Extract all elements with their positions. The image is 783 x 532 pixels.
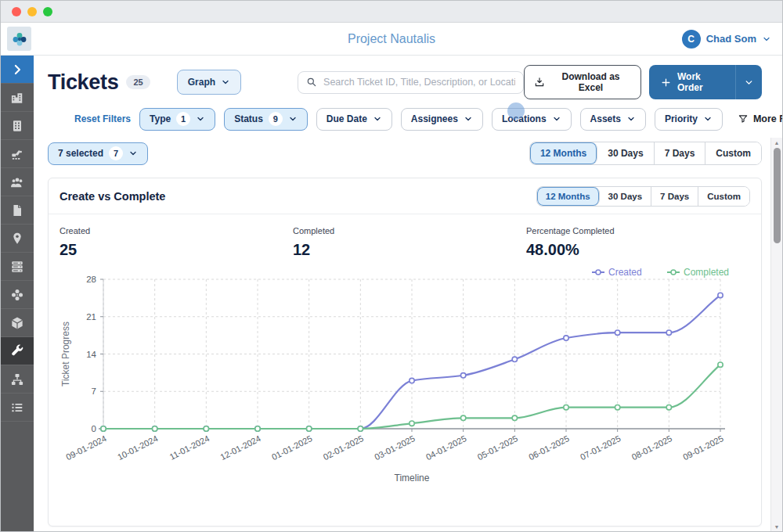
card-range-tabs: 12 Months30 Days7 DaysCustom bbox=[536, 186, 750, 207]
svg-text:Completed: Completed bbox=[684, 268, 729, 278]
page-title-header: Project Nautalis bbox=[1, 32, 782, 46]
add-work-order-button[interactable]: Work Order bbox=[649, 65, 736, 99]
svg-text:14: 14 bbox=[86, 350, 96, 359]
scroll-up-arrow[interactable]: ▲ bbox=[774, 138, 780, 147]
svg-text:7: 7 bbox=[92, 386, 96, 396]
range-tab-custom[interactable]: Custom bbox=[698, 187, 749, 206]
range-tab-12-months[interactable]: 12 Months bbox=[537, 187, 600, 206]
sidebar-item-server[interactable] bbox=[1, 253, 34, 281]
svg-text:06-01-2025: 06-01-2025 bbox=[527, 433, 571, 462]
chevron-down-icon bbox=[464, 114, 473, 124]
sidebar-item-team[interactable] bbox=[1, 168, 34, 196]
filter-chip-type[interactable]: Type1 bbox=[139, 108, 215, 131]
filter-chip-status[interactable]: Status9 bbox=[224, 108, 308, 131]
download-as-excel-button[interactable]: Download as Excel bbox=[524, 65, 641, 99]
chevron-down-icon bbox=[552, 114, 561, 124]
search-input[interactable] bbox=[323, 77, 515, 88]
document-icon bbox=[9, 203, 25, 218]
svg-text:0: 0 bbox=[92, 424, 96, 433]
create-vs-complete-chart: 0714212809-01-202410-01-202411-01-202412… bbox=[55, 268, 761, 486]
sidebar-item-sitemap[interactable] bbox=[1, 365, 34, 394]
app-logo[interactable] bbox=[7, 27, 31, 51]
search-icon bbox=[306, 77, 317, 88]
range-tab-30-days[interactable]: 30 Days bbox=[600, 187, 651, 206]
range-tab-7-days[interactable]: 7 Days bbox=[651, 187, 698, 206]
sidebar-item-wrench[interactable] bbox=[1, 337, 34, 365]
range-tab-7-days[interactable]: 7 Days bbox=[655, 142, 706, 164]
list-icon bbox=[9, 400, 25, 415]
stat-completed: Completed 12 bbox=[293, 226, 526, 259]
chip-count-badge: 1 bbox=[176, 112, 190, 126]
summary-stats: Created 25 Completed 12 Percentage Compl… bbox=[49, 214, 761, 259]
view-mode-dropdown[interactable]: Graph bbox=[177, 70, 241, 95]
svg-text:01-01-2025: 01-01-2025 bbox=[270, 433, 314, 462]
chevron-down-icon bbox=[744, 77, 754, 88]
location-pin-icon bbox=[9, 231, 25, 246]
page-range-tabs: 12 Months30 Days7 DaysCustom bbox=[529, 142, 762, 165]
app-window: Project Nautalis C Chad Som Tickets 25 G… bbox=[0, 0, 783, 532]
chevron-down-icon bbox=[373, 114, 382, 124]
filter-chip-due-date[interactable]: Due Date bbox=[316, 108, 392, 131]
sidebar-item-location-pin[interactable] bbox=[1, 225, 34, 253]
user-menu[interactable]: C Chad Som bbox=[682, 30, 771, 49]
svg-text:02-01-2025: 02-01-2025 bbox=[322, 433, 366, 462]
funnel-icon bbox=[738, 113, 749, 124]
chevron-down-icon bbox=[626, 114, 636, 124]
selection-row: 7 selected 7 12 Months30 Days7 DaysCusto… bbox=[48, 142, 762, 165]
zoom-window-button[interactable] bbox=[43, 7, 52, 16]
svg-text:05-01-2025: 05-01-2025 bbox=[476, 433, 520, 462]
svg-text:03-01-2025: 03-01-2025 bbox=[373, 433, 417, 462]
columns-selected-dropdown[interactable]: 7 selected 7 bbox=[48, 142, 148, 165]
sidebar-item-cube[interactable] bbox=[1, 309, 34, 337]
svg-text:11-01-2024: 11-01-2024 bbox=[168, 433, 211, 462]
sidebar-item-excavator[interactable] bbox=[1, 140, 34, 168]
reset-filters-link[interactable]: Reset Filters bbox=[74, 113, 131, 124]
filter-chip-assets[interactable]: Assets bbox=[580, 108, 646, 131]
user-name: Chad Som bbox=[706, 33, 756, 45]
filter-chip-locations[interactable]: Locations bbox=[492, 108, 572, 131]
fan-icon bbox=[9, 287, 25, 303]
chevron-down-icon bbox=[128, 149, 138, 158]
chevron-down-icon bbox=[221, 77, 230, 87]
svg-text:09-01-2025: 09-01-2025 bbox=[681, 433, 725, 462]
sidebar-item-city[interactable] bbox=[1, 84, 34, 112]
sidebar-item-document[interactable] bbox=[1, 196, 34, 225]
ticket-count-badge: 25 bbox=[126, 75, 150, 89]
work-order-split-button: Work Order bbox=[649, 65, 762, 99]
app-header: Project Nautalis C Chad Som bbox=[1, 23, 782, 56]
download-icon bbox=[534, 77, 545, 88]
sitemap-icon bbox=[9, 372, 25, 387]
svg-text:Timeline: Timeline bbox=[395, 473, 430, 483]
plus-icon bbox=[661, 77, 671, 88]
scrollbar[interactable]: ▲ ▼ bbox=[770, 138, 782, 531]
sidebar-item-list[interactable] bbox=[1, 394, 34, 422]
svg-text:12-01-2024: 12-01-2024 bbox=[218, 433, 262, 462]
scrollbar-thumb[interactable] bbox=[774, 148, 781, 243]
svg-text:28: 28 bbox=[86, 275, 96, 284]
range-tab-12-months[interactable]: 12 Months bbox=[530, 142, 597, 164]
cube-icon bbox=[9, 315, 25, 331]
more-filters-button[interactable]: More Filters bbox=[738, 113, 782, 124]
wrench-icon bbox=[9, 343, 25, 359]
stat-percentage-completed: Percentage Completed 48.00% bbox=[526, 226, 760, 259]
avatar: C bbox=[682, 30, 701, 49]
sidebar-item-fan[interactable] bbox=[1, 281, 34, 309]
svg-text:09-01-2024: 09-01-2024 bbox=[64, 433, 108, 462]
toolbar: Tickets 25 Graph bbox=[48, 70, 762, 95]
minimize-window-button[interactable] bbox=[27, 7, 37, 16]
line-chart-svg: 0714212809-01-202410-01-202411-01-202412… bbox=[55, 268, 752, 486]
main-content: Tickets 25 Graph bbox=[34, 56, 782, 531]
svg-text:08-01-2025: 08-01-2025 bbox=[630, 433, 674, 462]
search-bar[interactable] bbox=[298, 71, 524, 94]
filter-chip-assignees[interactable]: Assignees bbox=[401, 108, 483, 131]
filter-chip-priority[interactable]: Priority bbox=[655, 108, 723, 131]
range-tab-custom[interactable]: Custom bbox=[705, 142, 761, 164]
scroll-down-arrow[interactable]: ▼ bbox=[774, 522, 780, 531]
svg-text:10-01-2024: 10-01-2024 bbox=[116, 433, 160, 462]
work-order-dropdown-toggle[interactable] bbox=[736, 65, 762, 99]
sidebar-item-chevron-right[interactable] bbox=[1, 56, 34, 84]
city-icon bbox=[9, 90, 25, 106]
sidebar-item-building[interactable] bbox=[1, 112, 34, 140]
close-window-button[interactable] bbox=[12, 7, 21, 16]
range-tab-30-days[interactable]: 30 Days bbox=[597, 142, 654, 164]
